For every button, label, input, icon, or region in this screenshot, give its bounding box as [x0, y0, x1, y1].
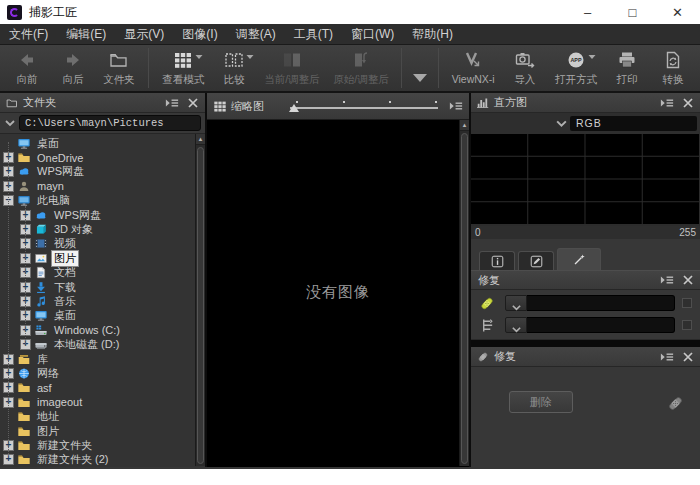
tree-item[interactable]: +库 [0, 352, 205, 366]
more-tools-button[interactable] [408, 45, 431, 91]
import-button[interactable]: 导入 [502, 45, 548, 91]
tree-item-label: imageout [35, 396, 84, 408]
tree-item[interactable]: +Windows (C:) [0, 323, 205, 337]
toolbar-separator [401, 48, 402, 88]
cloud-icon [34, 209, 48, 222]
tree-item[interactable]: +WPS网盘 [0, 165, 205, 179]
retouch-rows [471, 290, 700, 339]
channel-dropdown-icon[interactable] [555, 118, 568, 129]
original-adjusted-button[interactable]: 原始/调整后 [326, 45, 395, 91]
close-panel-icon[interactable] [186, 97, 200, 109]
print-button[interactable]: 打印 [604, 45, 650, 91]
back-button[interactable]: 向前 [4, 45, 50, 91]
tab-retouch[interactable] [557, 248, 601, 270]
viewnx-button[interactable]: ViewNX-i [445, 45, 502, 91]
tab-edit[interactable] [518, 251, 554, 270]
close-button[interactable]: ✕ [655, 0, 700, 24]
compare-button[interactable]: 比较 [211, 45, 257, 91]
menu-item-3[interactable]: 图像(I) [173, 24, 226, 44]
channel-select[interactable]: RGB [570, 116, 697, 131]
expand-icon[interactable]: + [3, 454, 14, 465]
tree-item[interactable]: +视频 [0, 237, 205, 251]
tab-info[interactable] [479, 251, 515, 270]
tree-item-label: mayn [35, 180, 66, 192]
tree-item[interactable]: +mayn [0, 179, 205, 193]
thumbnails-icon [213, 100, 227, 113]
panel-menu-icon[interactable] [660, 351, 674, 363]
channel-row: RGB [471, 113, 700, 134]
tree-item[interactable]: +网络 [0, 366, 205, 380]
tree-item[interactable]: +新建文件夹 (2) [0, 453, 205, 467]
panel-menu-icon[interactable] [660, 274, 674, 286]
tree-item[interactable]: +桌面 [0, 309, 205, 323]
open-with-button[interactable]: APP打开方式 [548, 45, 604, 91]
value-field[interactable] [527, 295, 675, 311]
tree-item[interactable]: +imageout [0, 395, 205, 409]
tree-item[interactable]: +WPS网盘 [0, 208, 205, 222]
dropdown-button[interactable] [505, 317, 527, 333]
close-panel-icon[interactable] [681, 97, 695, 109]
current-adjusted-button[interactable]: 当前/调整后 [257, 45, 326, 91]
tree-item-label: 桌面 [52, 308, 78, 323]
tree-item[interactable]: +本地磁盘 (D:) [0, 337, 205, 351]
checkbox[interactable] [682, 298, 692, 308]
tree-item[interactable]: −此电脑 [0, 194, 205, 208]
folder-icon [17, 453, 31, 466]
dropdown-button[interactable] [505, 295, 527, 311]
thumbnail-size-slider[interactable] [290, 99, 438, 113]
convert-button[interactable]: 转换 [650, 45, 696, 91]
slider-thumb[interactable] [289, 104, 299, 112]
scroll-up-icon[interactable]: ▲ [196, 134, 205, 145]
app-circle-icon: APP [566, 50, 586, 70]
tree-item[interactable]: 图片 [0, 424, 205, 438]
maximize-button[interactable]: □ [610, 0, 655, 24]
edit-tab-icon [530, 255, 543, 268]
tree-item-label: 下载 [52, 280, 78, 295]
checkbox[interactable] [682, 320, 692, 330]
scrollbar-thumb[interactable] [461, 133, 468, 464]
menu-item-6[interactable]: 窗口(W) [342, 24, 403, 44]
menu-item-0[interactable]: 文件(F) [0, 24, 57, 44]
toolbar-button-label: 向后 [63, 73, 84, 87]
tree-item[interactable]: +3D 对象 [0, 222, 205, 236]
folders-scrollbar[interactable]: ▲ [195, 134, 205, 466]
menu-item-4[interactable]: 调整(A) [227, 24, 285, 44]
menu-item-5[interactable]: 工具(T) [285, 24, 342, 44]
menu-item-1[interactable]: 编辑(E) [57, 24, 115, 44]
forward-button[interactable]: 向后 [50, 45, 96, 91]
tree-item[interactable]: +新建文件夹 [0, 438, 205, 452]
tree-item[interactable]: +音乐 [0, 294, 205, 308]
panel-menu-icon[interactable] [165, 97, 179, 109]
scroll-up-icon[interactable]: ▲ [460, 120, 469, 131]
caret-down-icon [410, 68, 430, 88]
folders-button[interactable]: 文件夹 [96, 45, 142, 91]
minimize-button[interactable]: – [565, 0, 610, 24]
close-panel-icon[interactable] [681, 351, 695, 363]
close-panel-icon[interactable] [681, 274, 695, 286]
tree-item[interactable]: +图片 [0, 251, 205, 265]
tree-item[interactable]: +下载 [0, 280, 205, 294]
menu-item-7[interactable]: 帮助(H) [403, 24, 462, 44]
thumbnails-scrollbar[interactable]: ▲ [459, 120, 469, 466]
panel-menu-icon[interactable] [449, 100, 463, 112]
tree-item[interactable]: +文档 [0, 266, 205, 280]
tree-item-label: 文档 [52, 265, 78, 280]
tree-item[interactable]: +asf [0, 381, 205, 395]
panel-menu-icon[interactable] [660, 97, 674, 109]
scrollbar-thumb[interactable] [197, 147, 204, 464]
delete-button[interactable]: 删除 [509, 391, 573, 413]
compare-icon [224, 50, 244, 70]
folder-path-field[interactable]: C:\Users\mayn\Pictures [19, 115, 201, 131]
toolbar-button-label: 比较 [224, 73, 245, 87]
view-mode-button[interactable]: 查看模式 [155, 45, 211, 91]
tree-item[interactable]: +OneDrive [0, 150, 205, 164]
toolbar-separator [148, 48, 149, 88]
user-icon [17, 180, 31, 193]
tree-item[interactable]: 地址 [0, 409, 205, 423]
path-dropdown-icon[interactable] [4, 118, 16, 128]
value-field[interactable] [527, 317, 675, 333]
tree-item[interactable]: 桌面 [0, 136, 205, 150]
toolbar-button-label: 导入 [514, 73, 535, 87]
tree-item-label: asf [35, 382, 54, 394]
menu-item-2[interactable]: 显示(V) [115, 24, 173, 44]
